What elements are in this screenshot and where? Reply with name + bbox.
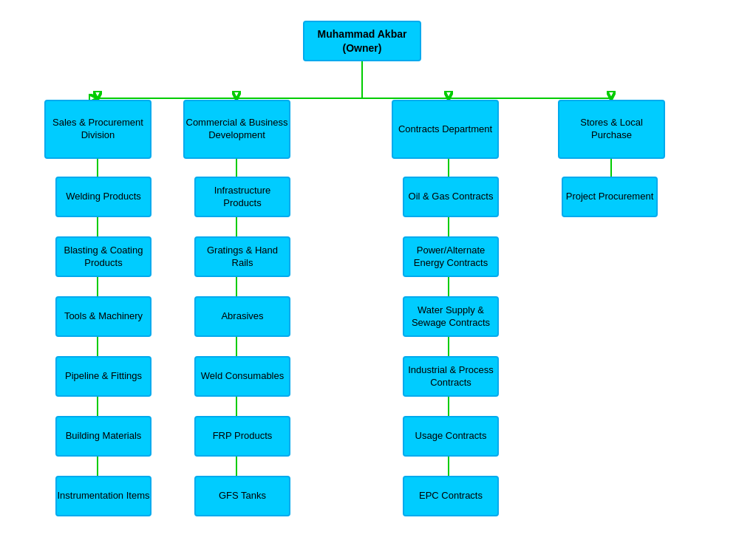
contracts-item-4: Usage Contracts	[403, 416, 499, 457]
division-sales: Sales & Procurement Division	[44, 100, 151, 159]
commercial-item-0: Infrastructure Products	[194, 177, 290, 217]
contracts-item-5: EPC Contracts	[403, 476, 499, 516]
sales-item-4: Building Materials	[55, 416, 151, 457]
sales-item-2: Tools & Machinery	[55, 296, 151, 337]
owner-node: Muhammad Akbar (Owner)	[303, 21, 421, 61]
sales-item-3: Pipeline & Fittings	[55, 356, 151, 397]
commercial-item-1: Gratings & Hand Rails	[194, 236, 290, 277]
commercial-item-3: Weld Consumables	[194, 356, 290, 397]
org-chart: Muhammad Akbar (Owner) Sales & Procureme…	[0, 0, 739, 560]
contracts-item-3: Industrial & Process Contracts	[403, 356, 499, 397]
sales-item-1: Blasting & Coating Products	[55, 236, 151, 277]
contracts-item-2: Water Supply & Sewage Contracts	[403, 296, 499, 337]
commercial-item-4: FRP Products	[194, 416, 290, 457]
sales-item-5: Instrumentation Items	[55, 476, 151, 516]
contracts-item-0: Oil & Gas Contracts	[403, 177, 499, 217]
division-contracts: Contracts Department	[392, 100, 499, 159]
stores-item-0: Project Procurement	[562, 177, 658, 217]
division-commercial: Commercial & Business Development	[183, 100, 290, 159]
division-stores: Stores & Local Purchase	[558, 100, 665, 159]
sales-item-0: Welding Products	[55, 177, 151, 217]
commercial-item-2: Abrasives	[194, 296, 290, 337]
commercial-item-5: GFS Tanks	[194, 476, 290, 516]
contracts-item-1: Power/Alternate Energy Contracts	[403, 236, 499, 277]
